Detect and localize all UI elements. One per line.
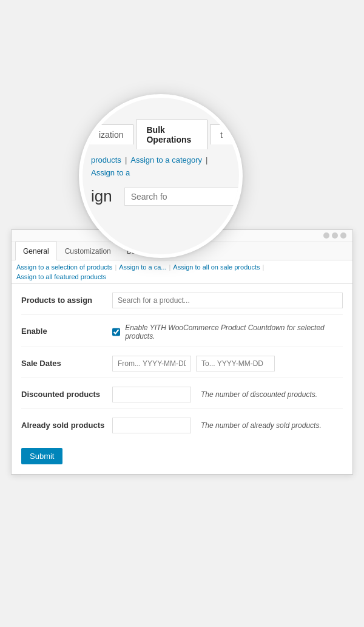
discounted-note: The number of discounted products.: [201, 390, 317, 399]
magnify-search-input[interactable]: [124, 188, 243, 206]
form-row-enable: Enable Enable YITH WooCommerce Product C…: [21, 324, 343, 347]
products-search-input[interactable]: [112, 293, 343, 308]
form-row-products: Products to assign: [21, 293, 343, 315]
magnify-nav-links: products | Assign to a category | Assign…: [83, 149, 239, 181]
enable-checkbox-label: Enable YITH WooCommerce Product Countdow…: [125, 324, 343, 341]
sale-date-to-input[interactable]: [196, 356, 275, 371]
handle-dot: [323, 232, 329, 239]
modal-panel: General Customization Bu ar Assign to a …: [11, 229, 353, 475]
control-products: [112, 293, 343, 308]
discounted-input[interactable]: [112, 387, 191, 402]
magnify-link-products[interactable]: products: [91, 155, 121, 164]
label-products-to-assign: Products to assign: [21, 293, 112, 305]
label-enable: Enable: [21, 324, 112, 336]
sublink-assign-category[interactable]: Assign to a ca...: [119, 263, 166, 271]
magnify-lens: ization Bulk Operations t products | Ass…: [79, 94, 243, 258]
control-enable: Enable YITH WooCommerce Product Countdow…: [112, 324, 343, 341]
magnify-tabs-bar: ization Bulk Operations t: [83, 120, 239, 149]
sublink-assign-on-sale[interactable]: Assign to all on sale products: [173, 263, 260, 271]
modal-tab-general[interactable]: General: [15, 242, 57, 260]
enable-checkbox[interactable]: [112, 328, 120, 336]
form-row-sale-dates: Sale Dates: [21, 356, 343, 378]
sublink-assign-selection[interactable]: Assign to a selection of products: [16, 263, 112, 271]
magnify-tab-t[interactable]: t: [210, 124, 233, 144]
control-discounted: The number of discounted products.: [112, 387, 343, 402]
magnify-tab-bulk-operations[interactable]: Bulk Operations: [136, 120, 207, 149]
magnify-page-title: ign: [91, 187, 112, 206]
modal-form-body: Products to assign Enable Enable YITH Wo…: [12, 284, 352, 474]
already-sold-input[interactable]: [112, 418, 191, 433]
handle-dot: [340, 232, 346, 239]
form-row-discounted: Discounted products The number of discou…: [21, 387, 343, 409]
control-already-sold: The number of already sold products.: [112, 418, 343, 433]
sublink-assign-featured[interactable]: Assign to all featured products: [16, 273, 106, 280]
form-row-already-sold: Already sold products The number of alre…: [21, 418, 343, 439]
label-already-sold: Already sold products: [21, 418, 112, 430]
submit-button[interactable]: Submit: [21, 448, 62, 464]
magnify-link-assign-a[interactable]: Assign to a: [91, 168, 130, 177]
handle-dot: [332, 232, 338, 239]
label-sale-dates: Sale Dates: [21, 356, 112, 368]
control-sale-dates: [112, 356, 343, 371]
magnify-link-assign-category[interactable]: Assign to a category: [130, 155, 202, 164]
sale-date-from-input[interactable]: [112, 356, 191, 371]
already-sold-note: The number of already sold products.: [201, 421, 322, 430]
label-discounted-products: Discounted products: [21, 387, 112, 399]
modal-sub-links: Assign to a selection of products | Assi…: [12, 260, 352, 284]
magnify-tab-ization[interactable]: ization: [89, 124, 133, 144]
